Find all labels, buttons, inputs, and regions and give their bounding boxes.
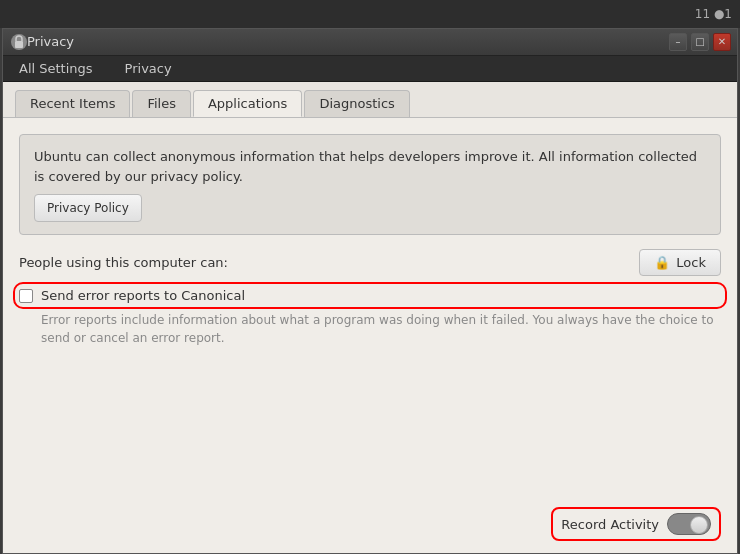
privacy-policy-button[interactable]: Privacy Policy: [34, 194, 142, 222]
info-box: Ubuntu can collect anonymous information…: [19, 134, 721, 235]
lock-label: Lock: [676, 255, 706, 270]
minimize-button[interactable]: –: [669, 33, 687, 51]
send-error-reports-label: Send error reports to Canonical: [41, 288, 245, 303]
content-area: Ubuntu can collect anonymous information…: [3, 118, 737, 553]
error-reports-description: Error reports include information about …: [41, 311, 721, 347]
window-title: Privacy: [27, 34, 74, 49]
svg-rect-0: [15, 41, 23, 48]
lock-icon: 🔒: [654, 255, 670, 270]
menu-privacy[interactable]: Privacy: [117, 57, 180, 80]
titlebar: Privacy – □ ✕: [3, 29, 737, 56]
menu-all-settings[interactable]: All Settings: [11, 57, 101, 80]
record-activity-toggle[interactable]: [667, 513, 711, 535]
menubar: All Settings Privacy: [3, 56, 737, 83]
close-button[interactable]: ✕: [713, 33, 731, 51]
record-activity-label: Record Activity: [561, 517, 659, 532]
send-error-reports-row: Send error reports to Canonical: [19, 288, 721, 303]
window-controls: – □ ✕: [669, 33, 731, 51]
maximize-button[interactable]: □: [691, 33, 709, 51]
send-error-reports-checkbox[interactable]: [19, 289, 33, 303]
info-text: Ubuntu can collect anonymous information…: [34, 147, 706, 186]
people-label: People using this computer can:: [19, 255, 228, 270]
record-activity-section: Record Activity: [551, 507, 721, 541]
tab-files[interactable]: Files: [132, 90, 191, 117]
tab-applications[interactable]: Applications: [193, 90, 302, 117]
tab-diagnostics[interactable]: Diagnostics: [304, 90, 409, 117]
people-section: People using this computer can: 🔒 Lock: [19, 249, 721, 276]
tabs-bar: Recent Items Files Applications Diagnost…: [3, 82, 737, 118]
lock-button[interactable]: 🔒 Lock: [639, 249, 721, 276]
window-body: Recent Items Files Applications Diagnost…: [3, 82, 737, 553]
tab-recent-items[interactable]: Recent Items: [15, 90, 130, 117]
app-icon: [11, 34, 27, 50]
bottom-bar: Record Activity: [551, 507, 721, 541]
toggle-knob: [690, 516, 708, 534]
